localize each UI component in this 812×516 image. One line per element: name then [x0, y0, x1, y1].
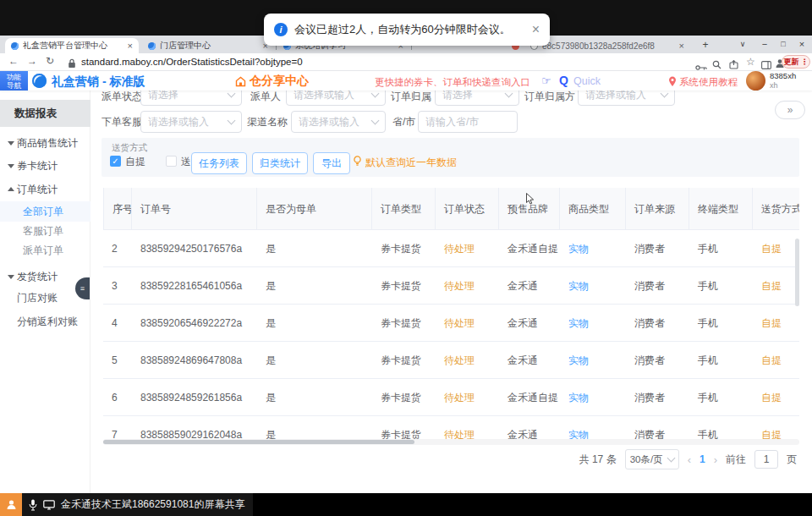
- tab-close-icon[interactable]: ×: [679, 41, 684, 51]
- sidebar-item-service-orders[interactable]: 客服订单: [0, 221, 91, 241]
- filter-label: 下单客服: [102, 111, 142, 133]
- cell-product-type-link[interactable]: 实物: [560, 342, 626, 379]
- cell-delivery: 自提: [753, 305, 799, 342]
- table-row[interactable]: 7 83858859029162048a 是 券卡提货 待处理 金禾通 实物 消…: [103, 416, 799, 439]
- participant-icon-tile[interactable]: [0, 493, 22, 516]
- sidebar-item-label: 订单统计: [17, 184, 58, 195]
- expand-filters-button[interactable]: »: [775, 101, 805, 119]
- bulb-icon: [353, 155, 362, 170]
- table-row[interactable]: 6 83858924859261856a 是 券卡提货 待处理 金禾通自提 实物…: [103, 379, 799, 416]
- sidebar-item-distribution-rebate[interactable]: 分销返利对账: [0, 311, 91, 332]
- sidebar-item-label: 券卡统计: [17, 160, 58, 172]
- page-size-select[interactable]: 30条/页: [625, 449, 679, 469]
- placeholder-text: 请选择或输入: [148, 115, 228, 129]
- checkbox-delivery[interactable]: [166, 156, 177, 167]
- category-stats-button[interactable]: 归类统计: [252, 152, 308, 174]
- cell-order-type: 券卡提货: [372, 342, 436, 379]
- column-header: 订单类型: [372, 188, 436, 230]
- check-icon: ✓: [112, 156, 118, 166]
- quick-label[interactable]: Quick: [573, 75, 601, 87]
- meeting-toast: i 会议已超过2人，自动转为60分钟限时会议。 ×: [264, 14, 550, 46]
- info-icon: i: [274, 23, 288, 36]
- window-maximize-button[interactable]: □: [775, 36, 792, 53]
- warehouse-share-center-link[interactable]: 仓分享中心: [235, 74, 309, 89]
- toast-close-icon[interactable]: ×: [532, 23, 540, 36]
- checkbox-selfpickup[interactable]: ✓: [110, 156, 121, 167]
- window-close-button[interactable]: ×: [793, 36, 810, 53]
- cell-product-type-link[interactable]: 实物: [560, 267, 626, 305]
- sidebar-item-label: 分销返利对账: [17, 316, 78, 327]
- current-page[interactable]: 1: [700, 453, 705, 465]
- total-count: 共 17 条: [579, 453, 617, 467]
- filter-label: 省/市: [392, 111, 415, 133]
- browser-tab-active[interactable]: 礼盒营销平台管理中心 ×: [5, 38, 139, 53]
- chevron-down-icon: [371, 90, 380, 98]
- horizontal-scrollbar[interactable]: [103, 439, 799, 445]
- table-row[interactable]: 4 83859206546922272a 是 券卡提货 待处理 金禾通 实物 消…: [103, 305, 799, 342]
- filter-input[interactable]: 请输入省/市: [418, 111, 518, 133]
- refresh-icon[interactable]: ↻: [46, 55, 54, 67]
- sidebar-item-all-orders[interactable]: 全部订单: [0, 201, 91, 222]
- export-button[interactable]: 导出: [313, 152, 350, 174]
- sidebar-item-label: 派单订单: [23, 244, 63, 256]
- cell-status: 待处理: [436, 379, 499, 416]
- cell-product-type-link[interactable]: 实物: [560, 305, 626, 342]
- function-nav-toggle[interactable]: 功能 导航: [0, 71, 28, 91]
- cell-product-type-link[interactable]: 实物: [560, 416, 626, 439]
- quick-q-icon[interactable]: Q: [559, 74, 568, 87]
- browser-update-badge[interactable]: 更新 ⋮: [782, 55, 810, 69]
- update-label: 更新: [784, 57, 799, 68]
- cell-terminal: 手机: [689, 230, 753, 267]
- table-row[interactable]: 2 83859294250176576a 是 券卡提货 待处理 金禾通自提 实物…: [103, 230, 799, 267]
- cell-delivery: 自提: [753, 379, 799, 416]
- next-page-button[interactable]: ›: [714, 453, 717, 466]
- sidebar-item-order-stats[interactable]: 订单统计: [0, 179, 91, 200]
- cell-is-parent: 是: [257, 416, 372, 439]
- placeholder-text: 请选择或输入: [299, 115, 372, 129]
- bookmark-star-icon[interactable]: ☆: [746, 56, 755, 68]
- sidebar-item-product-sales[interactable]: 商品销售统计: [0, 133, 91, 153]
- url-input[interactable]: standard.maboy.cn/OrderStatisticsDetail?…: [81, 57, 303, 67]
- cell-terminal: 手机: [689, 342, 753, 379]
- username-main: 8385xh: [770, 71, 796, 80]
- goto-page-input[interactable]: [754, 450, 778, 469]
- cell-product-type-link[interactable]: 实物: [560, 379, 626, 416]
- user-avatar[interactable]: [746, 71, 765, 91]
- lock-icon: [68, 57, 76, 72]
- filter-select[interactable]: 请选择或输入: [291, 111, 386, 133]
- sidebar-item-dispatch-orders[interactable]: 派单订单: [0, 240, 91, 261]
- window-minimize-button[interactable]: −: [756, 36, 773, 53]
- cell-status: 待处理: [436, 342, 499, 379]
- cell-product-type-link[interactable]: 实物: [560, 230, 626, 267]
- tab-close-icon[interactable]: ×: [128, 41, 133, 51]
- cell-is-parent: 是: [257, 342, 372, 379]
- prev-page-button[interactable]: ‹: [688, 453, 691, 466]
- filter-select[interactable]: 请选择或输入: [140, 111, 242, 133]
- cell-delivery: 自提: [753, 342, 799, 379]
- cell-brand: 金禾通自提: [499, 230, 560, 267]
- sidebar-item-coupon-stats[interactable]: 券卡统计: [0, 156, 91, 176]
- cell-order-no: 83858924869647808a: [132, 342, 257, 379]
- cell-seq: 2: [103, 230, 132, 267]
- browser-tab[interactable]: 门店管理中心 ×: [142, 38, 274, 53]
- house-icon: [235, 76, 246, 87]
- table-row[interactable]: 3 83859228165461056a 是 券卡提货 待处理 金禾通 实物 消…: [103, 267, 799, 305]
- vertical-scrollbar-thumb[interactable]: [795, 239, 799, 306]
- new-tab-button[interactable]: +: [699, 38, 712, 52]
- sidebar-section-title: 数据报表: [0, 100, 91, 127]
- task-list-button[interactable]: 任务列表: [191, 152, 247, 174]
- table-row[interactable]: 5 83858924869647808a 是 券卡提货 待处理 金禾通 实物 消…: [103, 342, 799, 379]
- cell-source: 消费者: [626, 342, 689, 379]
- delivery-filter-box: 送货方式 ✓ 自提 送货 任务列表 归类统计 导出 默认查询近一年数据: [102, 138, 799, 177]
- column-header: 送货方式: [753, 188, 799, 230]
- tab-search-icon[interactable]: ∨: [734, 36, 751, 53]
- forward-icon[interactable]: →: [27, 55, 37, 67]
- chevron-down-icon: [505, 90, 513, 98]
- system-tutorial-link[interactable]: 系统使用教程: [679, 76, 738, 89]
- cell-seq: 7: [103, 416, 132, 439]
- promo-text: 更快捷的券卡、订单和快递查询入口: [375, 76, 530, 89]
- horizontal-scrollbar-thumb[interactable]: [103, 440, 414, 444]
- back-icon[interactable]: ←: [8, 55, 19, 67]
- tab-favicon-icon: [11, 42, 19, 50]
- checkbox-label[interactable]: 自提: [125, 155, 145, 169]
